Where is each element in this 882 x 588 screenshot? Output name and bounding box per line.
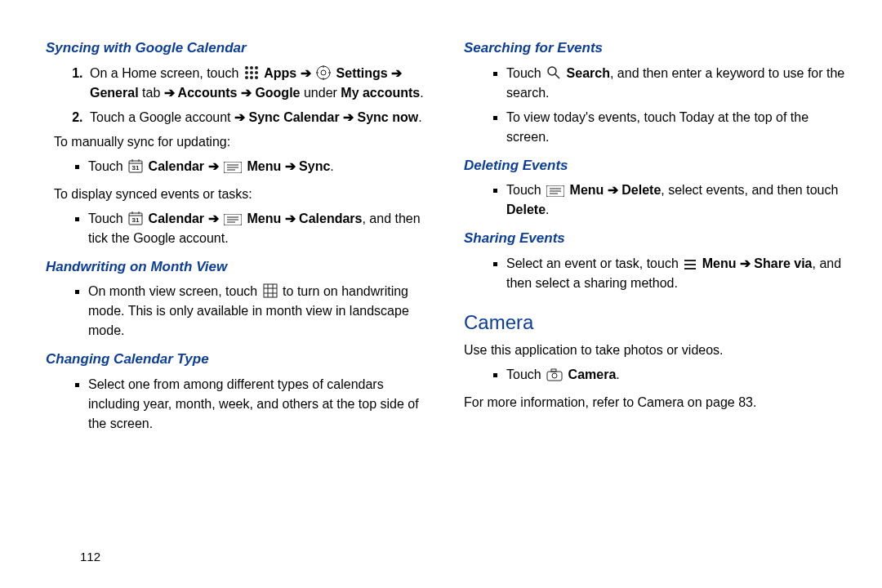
manual-page: Syncing with Google Calendar On a Home s… [0, 0, 882, 588]
sync-label: Sync [299, 159, 330, 173]
deleting-list: Touch Menu Delete, select events, and th… [464, 180, 846, 220]
share-pre: Select an event or task, touch [506, 256, 682, 270]
svg-text:31: 31 [132, 216, 140, 224]
grid-icon [263, 283, 278, 298]
searching-bullet-1: Touch Search, and then enter a keyword t… [506, 64, 846, 103]
svg-point-7 [245, 76, 248, 79]
heading-changing: Changing Calendar Type [46, 349, 428, 370]
svg-point-39 [548, 67, 556, 75]
del-menu: Menu [570, 183, 604, 197]
svg-point-50 [552, 373, 557, 378]
calendars-label: Calendars [299, 212, 362, 225]
step1-period: . [420, 86, 423, 100]
search-icon [546, 65, 561, 80]
manual-period: . [330, 159, 333, 173]
manual-list: Touch 31 Calendar Menu Sync. [46, 157, 428, 176]
del-delete2: Delete [506, 203, 546, 216]
menu-icon [224, 162, 242, 173]
svg-point-5 [250, 71, 253, 74]
sync-now-label: Sync now [358, 110, 419, 124]
calendar-label: Calendar [149, 159, 204, 173]
camera-intro: Use this application to take photos or v… [464, 341, 846, 360]
handwriting-bullet: On month view screen, touch to turn on h… [88, 282, 428, 341]
camera-icon [546, 368, 563, 381]
camera-touch: Touch [506, 368, 545, 381]
searching-bullet-2: To view today's events, touch Today at t… [506, 108, 846, 147]
step1-pre: On a Home screen, touch [90, 66, 243, 80]
settings-label: Settings [336, 66, 388, 80]
manual-bullet: Touch 31 Calendar Menu Sync. [88, 157, 428, 176]
more-text: For more information, refer to [464, 395, 638, 409]
handwriting-list: On month view screen, touch to turn on h… [46, 282, 428, 341]
under-text: under [300, 86, 341, 100]
menu-label-2: Menu [247, 212, 281, 225]
changing-bullet: Select one from among different types of… [88, 375, 428, 434]
menu-icon [546, 185, 564, 197]
myaccounts-label: My accounts [341, 86, 420, 100]
page-number: 112 [80, 550, 100, 564]
del-touch: Touch [506, 183, 545, 197]
camera-xref: Camera [638, 395, 684, 409]
apps-label: Apps [264, 66, 296, 80]
menu-icon [224, 214, 242, 225]
svg-point-9 [255, 76, 258, 79]
onpage-text: on page 83. [684, 395, 756, 409]
heading-searching: Searching for Events [464, 38, 846, 59]
search-label: Search [567, 66, 610, 80]
heading-handwriting: Handwriting on Month View [46, 256, 428, 278]
touch-text-2: Touch [88, 212, 127, 225]
share-via: Share via [754, 256, 812, 270]
display-bullet: Touch 31 Calendar Menu Calendars, and th… [88, 209, 428, 248]
right-column: Searching for Events Touch Search, and t… [446, 33, 846, 572]
del-delete: Delete [621, 183, 661, 197]
manual-intro: To manually sync for updating: [54, 132, 428, 152]
sync-calendar-label: Sync Calendar [248, 110, 339, 124]
settings-icon [316, 65, 331, 80]
svg-point-8 [250, 76, 253, 79]
svg-text:31: 31 [132, 164, 140, 172]
search-touch: Touch [506, 66, 545, 80]
sharing-list: Select an event or task, touch Menu Shar… [464, 254, 846, 293]
camera-period: . [616, 368, 619, 381]
sharing-bullet: Select an event or task, touch Menu Shar… [506, 254, 846, 293]
svg-point-2 [250, 66, 253, 69]
touch-text: Touch [88, 159, 127, 173]
heading-syncing: Syncing with Google Calendar [46, 38, 428, 59]
svg-point-1 [245, 66, 248, 69]
del-period: . [546, 203, 549, 216]
share-menu: Menu [702, 256, 737, 270]
searching-list: Touch Search, and then enter a keyword t… [464, 64, 846, 147]
deleting-bullet: Touch Menu Delete, select events, and th… [506, 180, 846, 220]
step2-pre: Touch a Google account [90, 110, 231, 124]
camera-label: Camera [568, 368, 617, 381]
step2-period: . [418, 110, 421, 124]
svg-point-10 [317, 66, 330, 79]
hamburger-icon [684, 259, 697, 270]
svg-point-11 [321, 70, 326, 75]
accounts-label: Accounts [178, 86, 238, 100]
tab-text: tab [139, 86, 161, 100]
camera-bullet: Touch Camera. [506, 365, 846, 385]
svg-point-4 [245, 71, 248, 74]
apps-icon [244, 65, 259, 80]
calendar-icon: 31 [128, 211, 143, 225]
google-label: Google [255, 86, 300, 100]
step-1: On a Home screen, touch Apps Settings Ge… [87, 64, 428, 103]
calendar-label-2: Calendar [149, 212, 204, 225]
svg-rect-34 [264, 284, 277, 297]
svg-point-3 [255, 66, 258, 69]
heading-sharing: Sharing Events [464, 228, 846, 249]
calendar-icon: 31 [128, 158, 143, 173]
changing-list: Select one from among different types of… [46, 375, 428, 434]
step-2: Touch a Google account Sync Calendar Syn… [87, 108, 428, 127]
svg-rect-49 [551, 369, 556, 372]
syncing-steps: On a Home screen, touch Apps Settings Ge… [46, 64, 428, 127]
del-mid: , select events, and then touch [661, 183, 838, 197]
heading-deleting: Deleting Events [464, 155, 846, 176]
display-list: Touch 31 Calendar Menu Calendars, and th… [46, 209, 428, 248]
camera-more: For more information, refer to Camera on… [464, 393, 846, 412]
menu-label: Menu [247, 159, 281, 173]
handwriting-pre: On month view screen, touch [88, 284, 261, 298]
camera-list: Touch Camera. [464, 365, 846, 385]
svg-point-6 [255, 71, 258, 74]
